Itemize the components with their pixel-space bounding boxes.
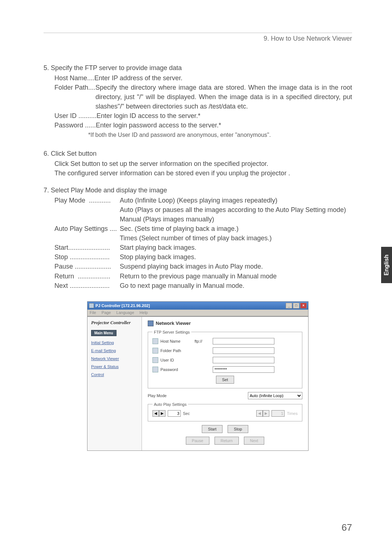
step5-folder-desc: Specify the directory where image data a… — [95, 83, 352, 111]
host-icon — [152, 338, 158, 344]
sidebar-link-power-status[interactable]: Power & Status — [91, 364, 138, 369]
start-button[interactable]: Start — [202, 425, 222, 433]
pj-controller-window: PJ Controller [172.21.96.202] _ □ × File… — [87, 301, 309, 451]
times-stepper-prev: ◀ — [256, 410, 263, 417]
s7-r8-lbl: Return .................. — [54, 272, 120, 281]
app-icon — [89, 303, 94, 308]
stop-button[interactable]: Stop — [228, 425, 248, 433]
host-input[interactable] — [213, 338, 274, 344]
folder-label: Folder Path — [160, 348, 192, 353]
s7-r0-lbl: Play Mode ............ — [54, 196, 120, 205]
user-label: User ID — [160, 358, 192, 362]
content-panel: Network Viewer FTP Server Settings Host … — [142, 317, 308, 450]
s7-r3-val: Sec. (Sets time of playing back a image.… — [120, 224, 352, 233]
s7-r9-val: Go to next page manually in Manual mode. — [120, 281, 352, 290]
main-menu-button[interactable]: Main Menu — [91, 330, 117, 336]
sec-stepper[interactable]: ◀ ▶ — [152, 410, 166, 417]
password-icon — [152, 367, 158, 372]
sidebar-link-email[interactable]: E-mail Setting — [91, 348, 138, 353]
s7-r0-val: Auto (Infinite Loop) (Keeps playing imag… — [120, 196, 352, 205]
content-title: Network Viewer — [156, 321, 191, 326]
sidebar-link-network-viewer[interactable]: Network Viewer — [91, 356, 138, 361]
host-prefix: ftp:// — [195, 339, 211, 343]
step5-pass-label: Password ...... — [54, 121, 96, 130]
step7-title: 7. Select Play Mode and display the imag… — [44, 187, 352, 194]
host-label: Host Name — [160, 339, 192, 343]
step6-line1: Click Set button to set up the server in… — [54, 159, 352, 168]
times-stepper: ◀ ▶ — [256, 410, 269, 417]
s7-r6-lbl: Stop ...................... — [54, 252, 120, 262]
step5-folder-label: Folder Path.... — [54, 83, 95, 92]
step5-host-desc: Enter IP address of the server. — [94, 73, 352, 83]
s7-r3-lbl: Auto Play Settings .... — [54, 224, 120, 233]
set-button[interactable]: Set — [216, 376, 234, 384]
s7-r2-val: Manual (Plays images manually) — [120, 215, 352, 224]
times-value-input — [271, 410, 285, 417]
menu-help[interactable]: Help — [140, 310, 148, 315]
play-mode-select[interactable]: Auto (Infinite Loop) — [248, 392, 302, 399]
sec-stepper-prev[interactable]: ◀ — [152, 410, 159, 417]
step5-pass-desc: Enter login password access to the serve… — [96, 121, 352, 130]
s7-r5-val: Start playing back images. — [120, 243, 352, 252]
auto-play-settings-group: Auto Play Settings ◀ ▶ Sec ◀ — [148, 402, 302, 421]
step5-note: *If both the User ID and password are an… — [88, 132, 352, 138]
step6-line2: The configured server information can be… — [54, 168, 352, 178]
step5-body: Host Name.... Enter IP address of the se… — [54, 73, 352, 130]
step5-user-desc: Enter login ID access to the server.* — [97, 111, 352, 121]
header-section-title: 9. How to Use Network Viewer — [44, 35, 352, 42]
header-divider — [44, 33, 352, 33]
next-button[interactable]: Next — [244, 437, 265, 445]
s7-r4-val: Times (Select number of times of play ba… — [120, 233, 352, 243]
network-viewer-icon — [148, 321, 154, 326]
step5-user-label: User ID .......... — [54, 111, 97, 121]
step6-body: Click Set button to set up the server in… — [54, 159, 352, 178]
pause-button[interactable]: Pause — [186, 437, 209, 445]
sidebar-link-initial[interactable]: Initial Setting — [91, 340, 138, 345]
window-title: PJ Controller [172.21.96.202] — [95, 303, 150, 308]
sec-unit: Sec — [183, 411, 190, 416]
page-number: 67 — [342, 522, 352, 533]
aps-legend: Auto Play Settings — [152, 402, 188, 407]
password-input[interactable] — [213, 366, 274, 373]
step6-title: 6. Click Set button — [44, 150, 352, 158]
sidebar-link-control[interactable]: Control — [91, 372, 138, 377]
password-label: Password — [160, 367, 192, 372]
menubar: File Page Language Help — [87, 310, 308, 316]
step5-host-label: Host Name.... — [54, 73, 94, 83]
sec-stepper-next[interactable]: ▶ — [159, 410, 166, 417]
return-button[interactable]: Return — [215, 437, 239, 445]
s7-r7-lbl: Pause .................... — [54, 262, 120, 271]
times-stepper-next: ▶ — [263, 410, 269, 417]
sidebar-title: Projector Controller — [91, 320, 138, 326]
ftp-settings-legend: FTP Server Settings — [152, 330, 191, 334]
user-input[interactable] — [213, 357, 274, 363]
sidebar: Projector Controller Main Menu Initial S… — [87, 317, 142, 450]
step5-title: 5. Specify the FTP server to provide ima… — [44, 64, 352, 72]
user-icon — [152, 357, 158, 363]
s7-r5-lbl: Start....................... — [54, 243, 120, 252]
s7-r9-lbl: Next ...................... — [54, 281, 120, 290]
folder-icon — [152, 348, 158, 354]
minimize-button[interactable]: _ — [286, 303, 292, 309]
window-titlebar[interactable]: PJ Controller [172.21.96.202] _ □ × — [87, 302, 308, 310]
folder-input[interactable] — [213, 347, 274, 354]
step7-body: Play Mode ............Auto (Infinite Loo… — [54, 196, 352, 290]
close-button[interactable]: × — [300, 303, 307, 309]
s7-r8-val: Return to the previous page manually in … — [120, 272, 352, 281]
menu-file[interactable]: File — [90, 310, 96, 315]
s7-r7-val: Suspend playing back images in Auto Play… — [120, 262, 352, 271]
language-side-tab: English — [381, 247, 392, 283]
s7-r6-val: Stop playing back images. — [120, 252, 352, 262]
play-mode-label: Play Mode — [148, 393, 248, 398]
maximize-button[interactable]: □ — [293, 303, 299, 309]
menu-language[interactable]: Language — [117, 310, 134, 315]
ftp-settings-group: FTP Server Settings Host Name ftp:// Fol… — [148, 330, 302, 388]
menu-page[interactable]: Page — [102, 310, 111, 315]
times-unit: Times — [287, 411, 298, 416]
s7-r1-val: Auto (Plays or pauses all the images acc… — [120, 205, 352, 215]
sec-value-input[interactable] — [168, 410, 181, 417]
language-side-tab-label: English — [383, 254, 390, 276]
